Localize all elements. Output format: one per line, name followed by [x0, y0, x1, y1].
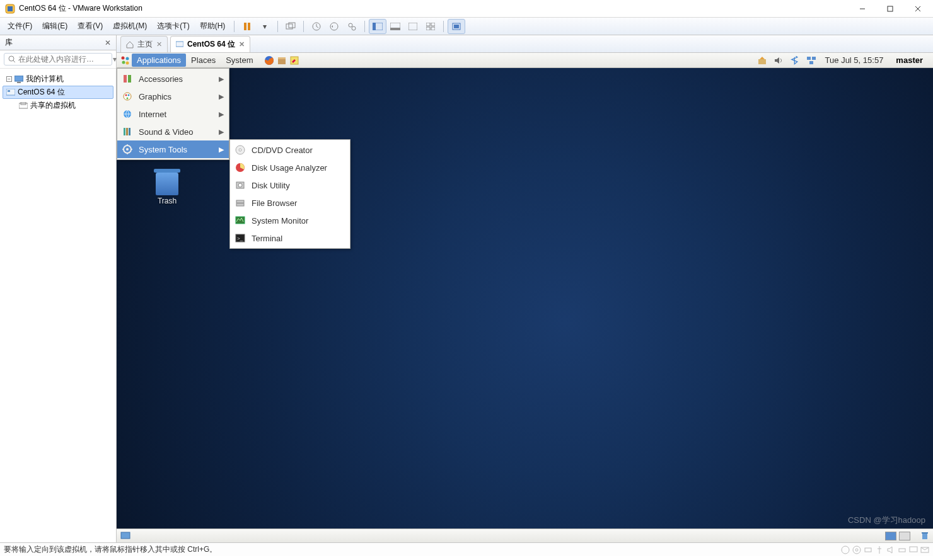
- volume-icon[interactable]: [772, 54, 785, 67]
- menu-system[interactable]: System: [221, 54, 258, 67]
- monitor-icon: [14, 76, 23, 83]
- icon-label: Trash: [158, 197, 177, 205]
- graphics-icon: [122, 91, 132, 101]
- menu-vm[interactable]: 虚拟机(M): [108, 18, 152, 34]
- menu-accessories[interactable]: Accessories ▶: [117, 70, 229, 88]
- svg-rect-54: [126, 128, 128, 135]
- device-usb-icon[interactable]: [875, 546, 884, 554]
- workspace-2[interactable]: [899, 532, 910, 540]
- tree-vm-centos[interactable]: CentOS 64 位: [3, 86, 113, 99]
- terminal-icon: >_: [235, 233, 245, 243]
- toolbar-dropdown[interactable]: ▾: [256, 19, 274, 34]
- unity-button[interactable]: [422, 19, 439, 34]
- menu-help[interactable]: 帮助(H): [195, 18, 231, 34]
- menu-graphics[interactable]: Graphics ▶: [117, 88, 229, 105]
- vm-console[interactable]: Applications Places System Tue Jul 5, 15…: [117, 53, 933, 542]
- menu-places[interactable]: Places: [186, 54, 221, 67]
- sidebar-title: 库: [5, 37, 13, 48]
- svg-rect-53: [124, 128, 125, 135]
- window-title: CentOS 64 位 - VMware Workstation: [19, 3, 142, 14]
- maximize-button[interactable]: [876, 1, 904, 17]
- tree-root-my-computer[interactable]: − 我的计算机: [3, 72, 113, 86]
- clock[interactable]: Tue Jul 5, 15:57: [821, 55, 888, 65]
- svg-point-12: [349, 23, 352, 27]
- view-console-button[interactable]: [386, 19, 404, 34]
- close-button[interactable]: [904, 1, 932, 17]
- tab-close-icon[interactable]: ✕: [239, 40, 245, 49]
- window-titlebar: CentOS 64 位 - VMware Workstation: [0, 0, 933, 18]
- system-tools-submenu: CD/DVD Creator Disk Usage Analyzer Disk …: [229, 139, 351, 249]
- firefox-icon[interactable]: [263, 54, 275, 67]
- menu-label: Internet: [139, 110, 166, 119]
- svg-rect-19: [426, 23, 430, 26]
- user-menu[interactable]: master: [891, 55, 928, 65]
- menu-view[interactable]: 查看(V): [72, 18, 108, 34]
- gnome-bottom-panel: [117, 529, 933, 542]
- stretch-guest-button[interactable]: [448, 19, 465, 34]
- snapshot-manager-button[interactable]: [343, 19, 361, 34]
- tree-label: 共享的虚拟机: [30, 100, 76, 111]
- svg-point-49: [125, 94, 127, 96]
- minimize-button[interactable]: [849, 1, 876, 17]
- tab-close-icon[interactable]: ✕: [156, 40, 162, 49]
- update-icon[interactable]: [756, 54, 768, 67]
- device-sound-icon[interactable]: [886, 546, 895, 554]
- device-disk-icon[interactable]: [841, 546, 850, 554]
- bluetooth-icon[interactable]: [789, 54, 801, 67]
- svg-point-63: [239, 149, 241, 151]
- sidebar-close-button[interactable]: ✕: [105, 38, 111, 47]
- trash-panel-icon[interactable]: [920, 532, 929, 540]
- submenu-file-browser[interactable]: File Browser: [230, 194, 350, 212]
- revert-snapshot-button[interactable]: [325, 19, 343, 34]
- submenu-cd-dvd-creator[interactable]: CD/DVD Creator: [230, 141, 350, 159]
- device-cd-icon[interactable]: [852, 546, 861, 554]
- chevron-right-icon: ▶: [219, 110, 224, 118]
- search-input[interactable]: [18, 55, 113, 64]
- device-printer-icon[interactable]: [898, 546, 907, 554]
- tab-label: 主页: [137, 39, 153, 50]
- desktop-trash[interactable]: Trash: [156, 173, 178, 205]
- tab-home[interactable]: 主页 ✕: [120, 36, 168, 52]
- package-manager-icon[interactable]: [275, 54, 288, 67]
- view-sidebar-button[interactable]: [369, 19, 386, 34]
- send-ctrl-alt-del-button[interactable]: [282, 19, 299, 34]
- submenu-label: File Browser: [252, 198, 297, 208]
- menu-label: System Tools: [139, 145, 187, 154]
- menu-file[interactable]: 文件(F): [3, 18, 37, 34]
- tree-shared-vms[interactable]: 共享的虚拟机: [3, 99, 113, 112]
- menu-sound-video[interactable]: Sound & Video ▶: [117, 123, 229, 140]
- submenu-system-monitor[interactable]: System Monitor: [230, 212, 350, 229]
- svg-rect-72: [121, 532, 130, 539]
- submenu-disk-utility[interactable]: Disk Utility: [230, 176, 350, 194]
- network-icon[interactable]: [805, 54, 818, 67]
- device-display-icon[interactable]: [909, 546, 918, 554]
- svg-rect-30: [8, 90, 10, 92]
- svg-rect-17: [390, 28, 400, 30]
- internet-icon: [122, 109, 132, 119]
- svg-rect-78: [865, 548, 871, 552]
- system-tools-icon: [122, 144, 132, 154]
- message-icon[interactable]: [920, 546, 929, 554]
- show-desktop-icon[interactable]: [120, 532, 130, 540]
- tab-vm-centos[interactable]: CentOS 64 位 ✕: [170, 36, 250, 52]
- system-monitor-icon: [235, 215, 245, 226]
- submenu-disk-usage-analyzer[interactable]: Disk Usage Analyzer: [230, 159, 350, 176]
- collapse-icon[interactable]: −: [6, 76, 12, 82]
- pause-button[interactable]: [238, 19, 256, 34]
- menu-system-tools[interactable]: System Tools ▶: [117, 140, 229, 158]
- fullscreen-button[interactable]: [404, 19, 422, 34]
- menu-applications[interactable]: Applications: [132, 54, 186, 67]
- menu-internet[interactable]: Internet ▶: [117, 105, 229, 123]
- menu-tabs[interactable]: 选项卡(T): [152, 18, 194, 34]
- chevron-right-icon: ▶: [219, 146, 224, 154]
- workspace-1[interactable]: [885, 532, 896, 540]
- svg-rect-67: [236, 200, 244, 203]
- menu-edit[interactable]: 编辑(E): [37, 18, 72, 34]
- library-sidebar: 库 ✕ ▾ − 我的计算机 CentOS 64 位: [0, 35, 117, 542]
- search-box[interactable]: ▾: [4, 53, 112, 66]
- snapshot-button[interactable]: [308, 19, 325, 34]
- notes-icon[interactable]: [288, 54, 301, 67]
- device-network-icon[interactable]: [864, 546, 872, 554]
- gnome-foot-icon: [119, 54, 132, 67]
- submenu-terminal[interactable]: >_ Terminal: [230, 229, 350, 247]
